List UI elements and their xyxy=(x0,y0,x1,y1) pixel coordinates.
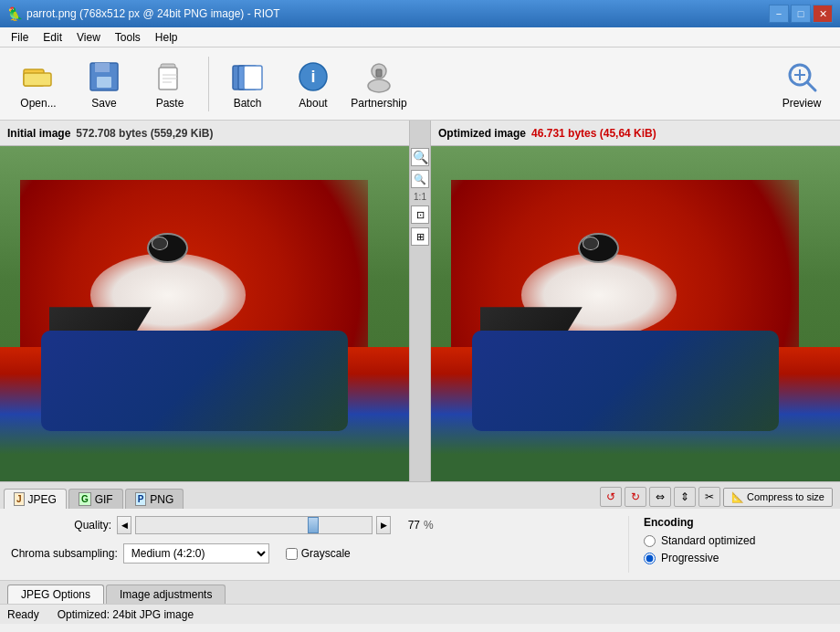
quality-track[interactable] xyxy=(135,516,373,534)
menu-file[interactable]: File xyxy=(4,29,36,46)
menu-edit[interactable]: Edit xyxy=(36,29,69,46)
fit-button[interactable]: ⊡ xyxy=(411,205,429,224)
optimized-image-content xyxy=(431,146,840,481)
format-actions: ↺ ↻ ⇔ ⇕ ✂ 📐 Compress to size xyxy=(600,487,836,509)
paste-button[interactable]: Paste xyxy=(139,51,201,117)
chroma-label: Chroma subsampling: xyxy=(11,547,118,560)
quality-decrease-button[interactable]: ◀ xyxy=(117,516,131,534)
open-label: Open... xyxy=(20,97,56,110)
svg-line-19 xyxy=(807,82,815,90)
encoding-progressive-row: Progressive xyxy=(644,552,829,564)
title-bar: 🦜 parrot.png (768x512 px @ 24bit PNG ima… xyxy=(0,0,840,27)
paste-icon xyxy=(152,58,188,95)
flip-v-button[interactable]: ⇕ xyxy=(674,487,696,507)
options-right: Encoding Standard optimized Progressive xyxy=(628,516,829,573)
window-controls: − □ ✕ xyxy=(769,5,833,23)
chroma-select[interactable]: Medium (4:2:0) High (4:4:4) Low (4:1:1) xyxy=(123,543,269,564)
status-right: Optimized: 24bit JPG image xyxy=(58,608,194,621)
encoding-standard-radio[interactable] xyxy=(644,535,656,547)
tab-jpeg[interactable]: J JPEG xyxy=(4,489,67,509)
tab-jpeg-options[interactable]: JPEG Options xyxy=(7,585,104,604)
window-icon: 🦜 xyxy=(7,6,23,21)
encoding-standard-row: Standard optimized xyxy=(644,534,829,547)
tab-gif[interactable]: G GIF xyxy=(68,489,123,509)
compress-icon: 📐 xyxy=(731,491,744,502)
initial-image-header: Initial image 572.708 bytes (559,29 KiB) xyxy=(0,121,409,146)
optimized-image-panel: Optimized image 46.731 bytes (45,64 KiB) xyxy=(431,121,840,481)
chroma-row: Chroma subsampling: Medium (4:2:0) High … xyxy=(11,543,628,564)
initial-image-panel: Initial image 572.708 bytes (559,29 KiB) xyxy=(0,121,409,481)
zoom-out-button[interactable]: 🔍 xyxy=(411,170,429,188)
png-icon: P xyxy=(135,492,147,506)
svg-text:i: i xyxy=(310,68,315,86)
toolbar-sep-1 xyxy=(208,57,209,111)
svg-rect-4 xyxy=(97,77,111,88)
quality-increase-button[interactable]: ▶ xyxy=(376,516,391,534)
compress-label: Compress to size xyxy=(747,491,824,502)
tab-jpeg-options-label: JPEG Options xyxy=(21,588,90,601)
options-area: Quality: ◀ ▶ 77 % Chroma subsampling: Me… xyxy=(0,509,840,580)
menu-view[interactable]: View xyxy=(69,29,108,46)
crop-button[interactable]: ✂ xyxy=(698,487,720,507)
minimize-button[interactable]: − xyxy=(769,5,789,23)
svg-rect-17 xyxy=(376,69,382,77)
tab-png[interactable]: P PNG xyxy=(125,489,184,509)
encoding-progressive-radio[interactable] xyxy=(644,553,656,564)
partnership-button[interactable]: Partnership xyxy=(348,51,410,117)
quality-thumb[interactable] xyxy=(308,517,319,533)
grayscale-text: Grayscale xyxy=(301,547,351,560)
quality-slider-container: ◀ ▶ 77 % xyxy=(117,516,434,534)
open-button[interactable]: Open... xyxy=(7,51,69,117)
batch-button[interactable]: Batch xyxy=(216,51,278,117)
image-area: Initial image 572.708 bytes (559,29 KiB) xyxy=(0,121,840,481)
redo-button[interactable]: ↻ xyxy=(625,487,646,507)
options-left: Quality: ◀ ▶ 77 % Chroma subsampling: Me… xyxy=(11,516,628,573)
encoding-standard-label: Standard optimized xyxy=(661,534,755,547)
jpeg-icon: J xyxy=(14,492,25,506)
format-tab-bar: J JPEG G GIF P PNG ↺ ↻ ⇔ ⇕ ✂ 📐 Compress … xyxy=(0,481,840,509)
window-title: parrot.png (768x512 px @ 24bit PNG image… xyxy=(23,7,769,20)
about-icon: i xyxy=(295,58,331,95)
zoom-in-button[interactable]: 🔍 xyxy=(411,148,429,166)
menu-bar: File Edit View Tools Help xyxy=(0,27,840,47)
zoom-level: 1:1 xyxy=(414,192,426,202)
toolbar: Open... Save Paste xyxy=(0,47,840,121)
preview-icon xyxy=(783,58,820,95)
encoding-progressive-label: Progressive xyxy=(661,552,719,564)
quality-label: Quality: xyxy=(11,519,111,532)
preview-button[interactable]: Preview xyxy=(771,51,833,117)
save-icon xyxy=(86,58,122,95)
initial-image-label: Initial image xyxy=(7,127,70,140)
menu-help[interactable]: Help xyxy=(148,29,185,46)
svg-point-16 xyxy=(368,79,390,92)
quality-percent: % xyxy=(424,519,434,532)
initial-image-size: 572.708 bytes (559,29 KiB) xyxy=(76,127,213,140)
save-button[interactable]: Save xyxy=(73,51,135,117)
partnership-icon xyxy=(361,58,397,95)
flip-h-button[interactable]: ⇔ xyxy=(649,487,671,507)
svg-rect-1 xyxy=(24,73,51,86)
image-divider: 🔍 🔍 1:1 ⊡ ⊞ xyxy=(409,121,431,481)
close-button[interactable]: ✕ xyxy=(813,5,833,23)
grayscale-checkbox[interactable] xyxy=(286,548,298,560)
tab-image-adjustments[interactable]: Image adjustments xyxy=(106,585,226,604)
partnership-label: Partnership xyxy=(351,97,406,110)
undo-button[interactable]: ↺ xyxy=(600,487,622,507)
compress-to-size-button[interactable]: 📐 Compress to size xyxy=(723,488,833,507)
encoding-label: Encoding xyxy=(644,516,829,529)
batch-icon xyxy=(229,58,266,95)
menu-tools[interactable]: Tools xyxy=(108,29,148,46)
open-icon xyxy=(20,58,57,95)
about-button[interactable]: i About xyxy=(282,51,344,117)
optimized-image-label: Optimized image xyxy=(438,127,526,140)
tab-gif-label: GIF xyxy=(95,493,113,506)
initial-image-content xyxy=(0,146,409,481)
status-left: Ready xyxy=(7,608,39,621)
tab-jpeg-label: JPEG xyxy=(28,493,57,506)
actual-size-button[interactable]: ⊞ xyxy=(411,227,429,246)
gif-icon: G xyxy=(79,492,91,506)
maximize-button[interactable]: □ xyxy=(791,5,811,23)
optimized-image-size: 46.731 bytes (45,64 KiB) xyxy=(531,127,656,140)
quality-row: Quality: ◀ ▶ 77 % xyxy=(11,516,628,534)
optimized-image-header: Optimized image 46.731 bytes (45,64 KiB) xyxy=(431,121,840,146)
